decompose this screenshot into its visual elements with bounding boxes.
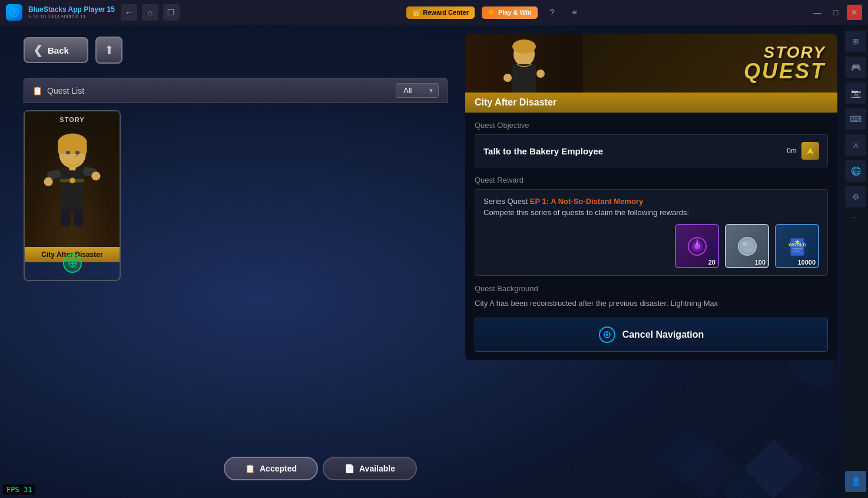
detail-header-character — [465, 34, 583, 93]
sidebar-icon-grid[interactable]: ⊞ — [845, 31, 866, 52]
window-controls: — □ ✕ — [809, 5, 862, 20]
tab-available[interactable]: 📄 Available — [323, 457, 417, 480]
nav-copy-btn[interactable]: ❐ — [163, 4, 180, 21]
compete-text: Compete this series of quests to claim t… — [483, 208, 819, 217]
nav-home-btn[interactable]: ⌂ — [142, 4, 158, 21]
svg-rect-22 — [61, 210, 70, 227]
objective-box: Talk to the Bakery Employee 0m — [475, 134, 828, 167]
svg-point-52 — [606, 334, 608, 336]
back-arrow-icon: ❮ — [33, 43, 43, 57]
quest-list-panel: 📋 Quest List All Story Side ▼ — [24, 78, 448, 103]
svg-rect-17 — [58, 143, 87, 154]
available-label: Available — [359, 464, 395, 473]
story-label: STORY — [744, 44, 826, 61]
objective-section-label: Quest Objective — [475, 121, 828, 130]
blue-item-icon: WORLD — [786, 235, 809, 258]
sidebar-icon-keyboard[interactable]: ⌨ — [845, 108, 866, 130]
quest-card-image: STORY — [25, 111, 120, 247]
quest-card-nav-icon[interactable] — [63, 254, 82, 273]
reward-item-blue: WORLD 10000 — [775, 224, 819, 268]
svg-rect-23 — [74, 210, 83, 227]
svg-rect-48 — [793, 248, 802, 249]
app-logo — [6, 4, 22, 21]
back-button[interactable]: ❮ Back — [24, 37, 88, 63]
story-quest-title: STORY QUEST — [744, 44, 826, 82]
svg-point-43 — [740, 239, 754, 253]
reward-center-btn[interactable]: 👑 Reward Center — [406, 6, 475, 19]
home-button[interactable]: ⬆ — [95, 37, 122, 64]
sidebar-icon-globe[interactable]: 🌐 — [845, 160, 866, 182]
close-btn[interactable]: ✕ — [847, 5, 862, 20]
reward-count-purple: 20 — [708, 259, 715, 266]
quest-card[interactable]: STORY — [24, 110, 121, 281]
play-win-btn[interactable]: 🔶 Play & Win — [482, 6, 538, 19]
detail-char-art — [465, 34, 583, 93]
reward-series: Series Quest EP 1: A Not-So-Distant Memo… — [483, 197, 819, 206]
series-name: EP 1: A Not-So-Distant Memory — [530, 197, 643, 206]
reward-section-label: Quest Reward — [475, 176, 828, 184]
main-content: ❮ Back ⬆ 📋 Quest List All Story Side ▼ — [0, 25, 843, 498]
fps-value: 31 — [24, 486, 32, 494]
purple-item-icon — [685, 235, 709, 258]
detail-panel: STORY QUEST City After Disaster Quest Ob… — [465, 34, 837, 360]
sidebar-icon-user[interactable]: 👤 — [845, 471, 866, 492]
svg-point-12 — [44, 177, 53, 186]
app-subtitle: 5.20.10.1003 Android 11 — [28, 14, 115, 19]
svg-point-19 — [75, 151, 80, 154]
quest-filter-select[interactable]: All Story Side — [396, 83, 439, 98]
reward-icon: 👑 — [412, 9, 420, 17]
background-section-label: Quest Background — [475, 284, 828, 293]
fps-counter: FPS 31 — [3, 484, 35, 495]
toolbar: ❮ Back ⬆ — [24, 37, 122, 64]
reward-item-silver: 100 — [725, 224, 769, 268]
cancel-nav-label: Cancel Navigation — [622, 329, 704, 340]
quest-label: QUEST — [744, 61, 826, 82]
svg-point-13 — [91, 172, 100, 180]
reward-item-purple: 20 — [675, 224, 719, 268]
app-title: BlueStacks App Player 15 — [28, 5, 115, 14]
menu-btn[interactable]: ≡ — [567, 5, 582, 20]
background-text: City A has been reconstructed after the … — [475, 298, 828, 309]
objective-distance: 0m — [787, 147, 797, 155]
detail-title: City After Disaster — [475, 97, 828, 108]
objective-nav-icon[interactable] — [801, 142, 819, 160]
background-section: Quest Background City A has been reconst… — [475, 284, 828, 309]
svg-point-21 — [69, 178, 75, 184]
character-art — [25, 117, 120, 229]
available-icon: 📄 — [344, 464, 355, 473]
quest-filter-wrapper[interactable]: All Story Side ▼ — [396, 83, 439, 98]
app-info: BlueStacks App Player 15 5.20.10.1003 An… — [6, 4, 180, 21]
detail-header: STORY QUEST — [465, 34, 837, 93]
reward-count-silver: 100 — [755, 259, 766, 266]
minimize-btn[interactable]: — — [809, 5, 824, 20]
svg-point-34 — [503, 74, 512, 82]
maximize-btn[interactable]: □ — [828, 5, 843, 20]
svg-rect-9 — [61, 168, 83, 213]
nav-back-btn[interactable]: ← — [121, 4, 137, 21]
help-btn[interactable]: ? — [545, 5, 560, 20]
reward-count-blue: 10000 — [797, 259, 816, 266]
sidebar-icon-settings[interactable]: ⚙ — [845, 186, 866, 207]
home-icon: ⬆ — [104, 43, 114, 57]
app-title-block: BlueStacks App Player 15 5.20.10.1003 An… — [28, 5, 115, 19]
sidebar-icon-gamepad[interactable]: 🎮 — [845, 57, 866, 78]
svg-point-18 — [66, 151, 71, 154]
tab-accepted[interactable]: 📋 Accepted — [224, 457, 318, 480]
svg-point-25 — [71, 262, 74, 265]
silver-item-icon — [736, 235, 759, 258]
sidebar-more-icon[interactable]: ··· — [851, 211, 860, 223]
quest-list-icon: 📋 — [32, 86, 42, 95]
sidebar-icon-sword[interactable]: ⚔ — [845, 134, 866, 156]
accepted-icon: 📋 — [245, 464, 255, 473]
quest-list-header: 📋 Quest List All Story Side ▼ — [24, 78, 448, 103]
nav-buttons: ← ⌂ ❐ — [121, 4, 180, 21]
cancel-navigation-button[interactable]: Cancel Navigation — [475, 318, 828, 352]
play-icon: 🔶 — [488, 9, 496, 17]
quest-story-label: STORY — [25, 116, 120, 123]
svg-rect-36 — [542, 34, 583, 93]
quest-list-title: 📋 Quest List — [32, 86, 84, 95]
bottom-tabs: 📋 Accepted 📄 Available — [224, 457, 417, 480]
fps-label: FPS — [6, 486, 19, 494]
sidebar-icon-camera[interactable]: 📷 — [845, 83, 866, 104]
svg-text:WORLD: WORLD — [788, 242, 806, 248]
